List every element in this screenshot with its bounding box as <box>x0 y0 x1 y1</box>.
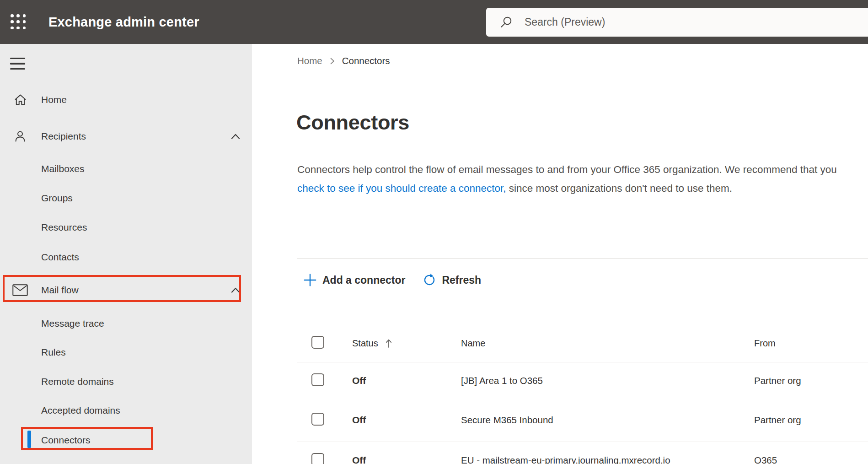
sidebar-item-label: Accepted domains <box>41 405 120 416</box>
sidebar-item-mail-flow[interactable]: Mail flow <box>0 279 252 301</box>
sidebar-item-label: Groups <box>41 193 73 204</box>
refresh-icon <box>423 273 436 287</box>
sidebar-item-contacts[interactable]: Contacts <box>0 246 252 268</box>
table-row[interactable]: Off Secure M365 Inbound Partner org <box>252 410 868 430</box>
person-icon <box>12 129 28 144</box>
selected-item-indicator <box>27 431 31 448</box>
chevron-right-icon <box>329 57 335 65</box>
from-cell: O365 <box>754 450 777 464</box>
app-title: Exchange admin center <box>48 0 199 44</box>
name-cell: Secure M365 Inbound <box>461 410 553 430</box>
page-description: Connectors help control the flow of emai… <box>297 160 857 198</box>
description-text: Connectors help control the flow of emai… <box>297 164 837 175</box>
home-icon <box>12 92 28 107</box>
row-divider <box>297 402 868 402</box>
name-cell: EU - mailstream-eu-primary.journaling.mx… <box>461 450 670 464</box>
column-header-from[interactable]: From <box>754 333 776 353</box>
sidebar-item-label: Rules <box>41 347 66 358</box>
sidebar-item-connectors[interactable]: Connectors <box>0 429 252 451</box>
sidebar-nav: Home Recipients Mailboxes Groups Reso <box>0 44 252 464</box>
status-cell: Off <box>352 410 366 430</box>
sidebar-item-label: Contacts <box>41 252 79 263</box>
search-box[interactable] <box>486 8 868 37</box>
sidebar-item-mailboxes[interactable]: Mailboxes <box>0 158 252 180</box>
sidebar-item-groups[interactable]: Groups <box>0 187 252 209</box>
sidebar-item-accepted-domains[interactable]: Accepted domains <box>0 399 252 421</box>
sidebar-item-resources[interactable]: Resources <box>0 216 252 238</box>
search-icon <box>500 16 514 29</box>
sidebar-item-label: Connectors <box>41 435 90 446</box>
row-checkbox[interactable] <box>311 413 324 426</box>
search-input[interactable] <box>525 8 868 37</box>
table-header-row: Status Name From <box>252 333 868 353</box>
mail-icon <box>12 283 28 297</box>
sidebar-item-home[interactable]: Home <box>0 89 252 111</box>
sidebar-item-message-trace[interactable]: Message trace <box>0 313 252 335</box>
from-cell: Partner org <box>754 410 801 430</box>
status-cell: Off <box>352 450 366 464</box>
sort-ascending-icon <box>385 338 393 349</box>
sidebar-item-label: Recipients <box>41 131 86 142</box>
description-text: since most organizations don't need to u… <box>506 183 733 194</box>
sidebar-item-label: Mailboxes <box>41 163 85 174</box>
add-connector-label: Add a connector <box>322 274 405 286</box>
create-connector-check-link[interactable]: check to see if you should create a conn… <box>297 183 506 194</box>
row-divider <box>297 362 868 362</box>
column-header-status[interactable]: Status <box>352 333 393 353</box>
refresh-label: Refresh <box>442 274 481 286</box>
sidebar-item-remote-domains[interactable]: Remote domains <box>0 371 252 393</box>
table-row[interactable]: Off EU - mailstream-eu-primary.journalin… <box>252 450 868 464</box>
app-launcher-icon[interactable] <box>11 14 29 30</box>
top-bar: Exchange admin center <box>0 0 868 44</box>
sidebar-item-label: Mail flow <box>41 285 79 296</box>
sidebar-item-label: Home <box>41 94 67 105</box>
page-title: Connectors <box>296 111 409 135</box>
command-bar: Add a connector Refresh <box>303 270 481 290</box>
sidebar-item-label: Remote domains <box>41 376 114 387</box>
breadcrumb-home-link[interactable]: Home <box>297 55 322 66</box>
table-row[interactable]: Off [JB] Area 1 to O365 Partner org <box>252 371 868 391</box>
chevron-up-icon[interactable] <box>229 130 242 143</box>
from-cell: Partner org <box>754 371 801 391</box>
row-checkbox[interactable] <box>311 373 324 386</box>
sidebar-item-label: Resources <box>41 222 87 233</box>
plus-icon <box>303 273 317 287</box>
sidebar-item-recipients[interactable]: Recipients <box>0 125 252 147</box>
add-connector-button[interactable]: Add a connector <box>303 273 405 287</box>
exchange-admin-center-screen: Exchange admin center Home <box>0 0 868 464</box>
refresh-button[interactable]: Refresh <box>423 273 481 287</box>
row-checkbox[interactable] <box>311 453 324 464</box>
status-cell: Off <box>352 371 366 391</box>
hamburger-menu-icon[interactable] <box>10 58 25 70</box>
row-divider <box>297 442 868 442</box>
toolbar-divider <box>297 258 868 259</box>
main-content: Home Connectors Connectors Connectors he… <box>252 44 868 464</box>
sidebar-item-rules[interactable]: Rules <box>0 341 252 363</box>
sidebar-item-label: Message trace <box>41 318 104 329</box>
breadcrumb: Home Connectors <box>297 54 390 68</box>
breadcrumb-current: Connectors <box>342 55 390 66</box>
chevron-up-icon[interactable] <box>229 284 242 297</box>
select-all-checkbox[interactable] <box>311 336 324 349</box>
column-header-name[interactable]: Name <box>461 333 485 353</box>
name-cell: [JB] Area 1 to O365 <box>461 371 543 391</box>
